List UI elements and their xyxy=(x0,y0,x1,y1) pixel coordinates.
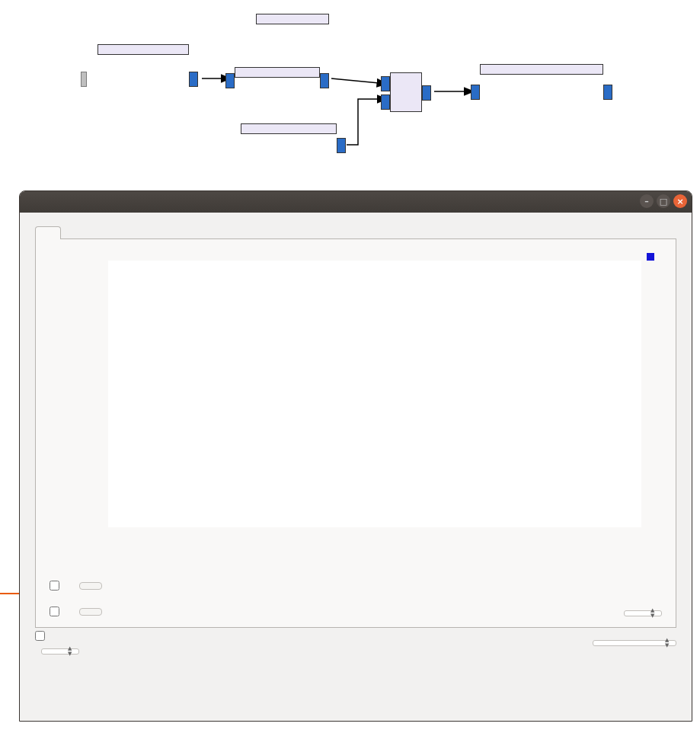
block-add[interactable] xyxy=(390,72,422,112)
tab-constellation-display[interactable] xyxy=(113,226,139,239)
combo-arrows-icon[interactable]: ▲▼ xyxy=(68,650,77,653)
fft-chart[interactable] xyxy=(51,253,660,558)
block-params xyxy=(98,49,188,54)
window-maximize-button[interactable]: □ xyxy=(657,194,670,208)
tab-bar xyxy=(35,226,676,239)
flowgraph-pad xyxy=(81,72,87,87)
tab-panel-frequency: ▲▼ xyxy=(35,239,676,628)
spin-arrows-icon[interactable]: ▲▼ xyxy=(665,642,674,645)
display-rf-checkbox[interactable] xyxy=(35,631,79,641)
block-variable[interactable] xyxy=(256,14,329,24)
port-out[interactable] xyxy=(337,138,346,153)
window-close-button[interactable]: × xyxy=(673,194,687,208)
port-out[interactable] xyxy=(320,73,329,88)
tab-waterfall-display[interactable] xyxy=(61,226,87,239)
plot-area[interactable] xyxy=(108,261,641,527)
port-in-0[interactable] xyxy=(381,76,390,91)
window-minimize-button[interactable]: – xyxy=(640,194,654,208)
block-noise-source[interactable] xyxy=(241,123,337,134)
spin-arrows-icon[interactable]: ▲▼ xyxy=(650,612,660,615)
tab-time-domain-display[interactable] xyxy=(87,226,113,239)
bg-divider xyxy=(0,593,19,597)
flowgraph-canvas[interactable] xyxy=(0,0,700,190)
max-hold-checkbox[interactable] xyxy=(50,581,69,591)
tab-frequency-display[interactable] xyxy=(35,226,61,239)
port-in-1[interactable] xyxy=(381,94,390,110)
svg-line-2 xyxy=(331,78,387,84)
fftsize-spinbox[interactable]: ▲▼ xyxy=(593,640,676,646)
port-in[interactable] xyxy=(471,85,480,100)
window-fn-combo[interactable]: ▲▼ xyxy=(41,648,79,655)
block-throttle[interactable] xyxy=(235,67,320,78)
block-qt-gui-sink[interactable] xyxy=(480,64,603,75)
app-window: – □ × xyxy=(19,190,692,722)
window-titlebar[interactable]: – □ × xyxy=(20,191,692,213)
average-spinbox[interactable]: ▲▼ xyxy=(624,610,662,616)
port-out[interactable] xyxy=(189,72,198,87)
port-out[interactable] xyxy=(603,85,612,100)
min-hold-checkbox[interactable] xyxy=(50,607,69,616)
port-in[interactable] xyxy=(225,73,235,88)
port-out[interactable] xyxy=(422,85,431,101)
block-signal-source[interactable] xyxy=(97,44,189,55)
min-hold-reset-button[interactable] xyxy=(79,608,102,616)
max-hold-reset-button[interactable] xyxy=(79,582,102,590)
